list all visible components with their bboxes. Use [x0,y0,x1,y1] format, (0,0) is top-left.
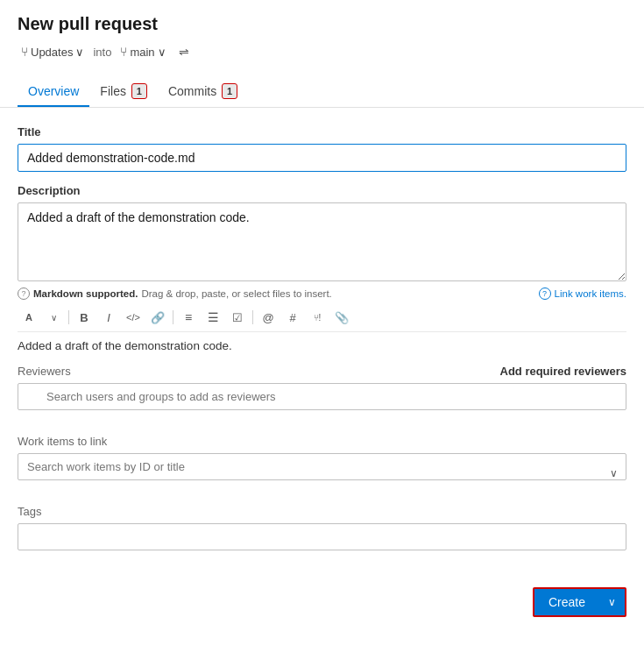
create-dropdown-chevron-icon: ∨ [608,596,616,608]
page-title: New pull request [18,14,626,34]
markdown-hint: ? Markdown supported. Drag & drop, paste… [18,287,332,300]
tab-overview[interactable]: Overview [18,77,89,107]
toolbar-code-btn[interactable]: </> [122,307,145,328]
tabs-row: Overview Files 1 Commits 1 [0,76,644,108]
description-preview: Added a draft of the demonstration code. [18,339,626,352]
create-button[interactable]: Create [534,589,599,615]
description-toolbar: A ∨ B I </> 🔗 ≡ ☰ ☑ @ # ⑂! 📎 [18,303,626,332]
to-branch-label: main [130,46,154,59]
toolbar-divider-1 [68,310,69,324]
swap-icon: ⇌ [179,45,189,59]
description-textarea[interactable]: Added a draft of the demonstration code. [18,202,626,281]
branch-selector-row: ⑂ Updates ∨ into ⑂ main ∨ ⇌ [18,43,626,60]
toolbar-bold-btn[interactable]: B [73,307,96,328]
description-label: Description [18,184,626,197]
branch-to-icon: ⑂ [120,45,127,59]
work-items-wrap: ∨ [18,453,626,493]
toolbar-divider-2 [173,310,173,324]
tab-commits-label: Commits [168,84,216,98]
toolbar-divider-3 [252,310,253,324]
from-branch-label: Updates [31,46,73,59]
reviewer-search-input[interactable] [18,383,626,410]
tab-files[interactable]: Files 1 [89,76,158,108]
toolbar-task-list-btn[interactable]: ☑ [226,307,249,328]
reviewer-search-wrap: ⚇ [18,383,626,422]
tab-commits[interactable]: Commits 1 [158,76,248,108]
tab-files-badge: 1 [131,83,147,99]
link-work-items-icon: ? [539,287,551,300]
toolbar-italic-btn[interactable]: I [97,307,120,328]
title-input[interactable] [18,144,626,172]
from-branch-chevron: ∨ [75,46,84,59]
toolbar-style-btn[interactable]: A [18,307,40,328]
toolbar-attach-btn[interactable]: 📎 [330,307,353,328]
reviewers-label: Reviewers [18,365,71,378]
tab-overview-label: Overview [28,84,79,98]
add-reviewers-link[interactable]: Add required reviewers [500,365,627,378]
branch-from-icon: ⑂ [21,45,28,59]
reviewers-row: Reviewers Add required reviewers [18,365,626,378]
toolbar-pr-link-btn[interactable]: ⑂! [306,307,329,328]
tags-input[interactable] [18,523,626,550]
into-text: into [93,46,111,59]
to-branch-button[interactable]: ⑂ main ∨ [117,43,169,60]
toolbar-style-chevron-btn[interactable]: ∨ [42,307,65,328]
tags-label: Tags [18,505,626,518]
markdown-hint-icon: ? [18,287,30,300]
work-items-label: Work items to link [18,435,626,448]
tab-commits-badge: 1 [222,83,237,99]
from-branch-button[interactable]: ⑂ Updates ∨ [18,43,88,60]
form-section: Title Description Added a draft of the d… [0,108,644,578]
markdown-hint-strong: Markdown supported. [33,288,138,299]
toolbar-heading-btn[interactable]: # [281,307,304,328]
toolbar-ordered-list-btn[interactable]: ≡ [177,307,200,328]
toolbar-unordered-list-btn[interactable]: ☰ [202,307,224,328]
markdown-hint-row: ? Markdown supported. Drag & drop, paste… [18,287,626,300]
create-button-group: Create ∨ [533,587,626,617]
work-items-input[interactable] [18,453,626,480]
link-work-items-label: Link work items. [555,288,626,299]
footer-row: Create ∨ [0,578,644,635]
title-label: Title [18,125,626,138]
markdown-drag-text: Drag & drop, paste, or select files to i… [141,288,331,299]
create-dropdown-button[interactable]: ∨ [599,590,625,614]
toolbar-link-btn[interactable]: 🔗 [146,307,169,328]
tab-files-label: Files [100,84,126,98]
toolbar-mention-btn[interactable]: @ [257,307,280,328]
to-branch-chevron: ∨ [158,46,166,59]
link-work-items[interactable]: ? Link work items. [539,287,626,300]
